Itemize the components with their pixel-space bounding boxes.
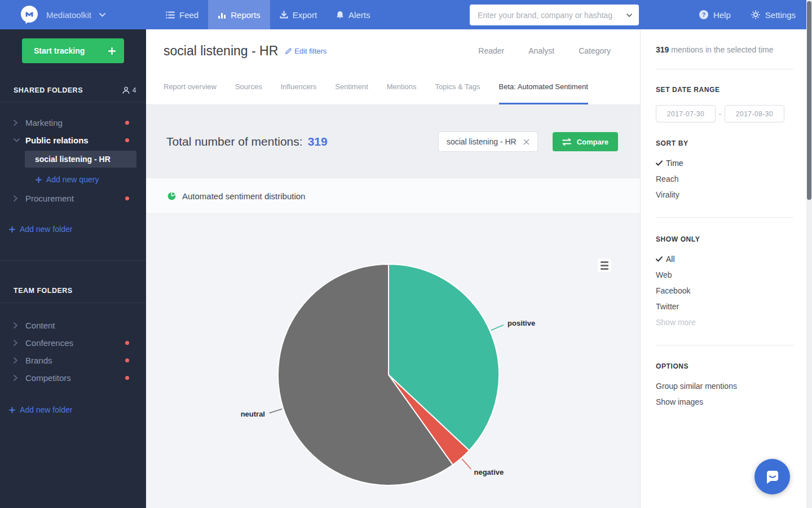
folder-marketing[interactable]: Marketing <box>0 114 146 132</box>
team-folders-section: TEAM FOLDERS Content Conferences <box>0 260 146 414</box>
chevron-right-icon[interactable] <box>14 357 20 364</box>
date-range-header: SET DATE RANGE <box>656 86 794 94</box>
plus-icon <box>108 47 116 55</box>
add-new-query-link[interactable]: Add new query <box>0 169 146 190</box>
shared-folders-header: SHARED FOLDERS 4 <box>0 86 146 102</box>
sort-option-time[interactable]: Time <box>656 155 794 171</box>
add-new-folder-link-2[interactable]: Add new folder <box>0 405 146 414</box>
mentions-suffix: mentions in the selected time <box>669 45 773 54</box>
chevron-right-icon[interactable] <box>14 322 20 329</box>
pie-connector-negative <box>462 459 471 469</box>
query-social-listening-hr[interactable]: social listening - HR <box>25 151 136 168</box>
nav-item-alerts[interactable]: Alerts <box>326 0 379 29</box>
folder-content[interactable]: Content <box>0 317 146 334</box>
page-scrollbar[interactable] <box>806 0 812 508</box>
show-option-facebook[interactable]: Facebook <box>656 283 794 299</box>
start-tracking-button[interactable]: Start tracking <box>22 38 124 63</box>
settings-button[interactable]: Settings <box>751 10 796 20</box>
chat-bubble-icon <box>765 469 780 485</box>
show-option-label: Web <box>656 270 672 279</box>
hamburger-icon <box>601 261 608 263</box>
mentions-summary: 319 mentions in the selected time <box>656 45 794 54</box>
page-title: social listening - HR <box>164 43 278 59</box>
tab-beta-automated-sentiment[interactable]: Beta: Automated Sentiment <box>499 82 588 104</box>
check-icon <box>656 256 663 262</box>
sort-option-virality[interactable]: Virality <box>656 187 794 203</box>
nav-item-reports[interactable]: Reports <box>208 0 270 29</box>
nav-item-export[interactable]: Export <box>270 0 326 29</box>
total-mentions-label: Total number of mentions: <box>166 135 303 148</box>
team-folders-title: TEAM FOLDERS <box>14 287 73 295</box>
chevron-right-icon[interactable] <box>14 195 20 202</box>
close-icon[interactable] <box>523 139 529 145</box>
tab-influencers[interactable]: Influencers <box>281 82 317 104</box>
scrollbar-thumb[interactable] <box>807 1 811 200</box>
options-list: Group similar mentions Show images <box>656 378 794 410</box>
chevron-down-icon[interactable] <box>14 138 20 142</box>
show-option-label: Facebook <box>656 286 690 295</box>
sort-option-reach[interactable]: Reach <box>656 171 794 187</box>
right-filter-panel: 319 mentions in the selected time SET DA… <box>640 29 812 508</box>
show-option-web[interactable]: Web <box>656 267 794 283</box>
show-option-twitter[interactable]: Twitter <box>656 299 794 314</box>
add-new-folder-link[interactable]: Add new folder <box>0 225 146 234</box>
export-download-icon <box>280 11 288 19</box>
show-only-header: SHOW ONLY <box>656 235 794 243</box>
nav-item-label: Export <box>293 10 317 20</box>
tab-mentions[interactable]: Mentions <box>387 82 417 104</box>
help-icon: ? <box>699 10 708 19</box>
chevron-right-icon[interactable] <box>14 340 20 346</box>
unread-dot <box>125 196 129 200</box>
show-option-label: All <box>666 255 675 264</box>
help-button[interactable]: ? Help <box>699 10 731 20</box>
unread-dot <box>125 341 129 345</box>
brand-menu[interactable]: Mediatoolkit <box>20 0 105 29</box>
nav-utilities: ? Help Settings <box>699 0 796 29</box>
options-header: OPTIONS <box>656 362 794 370</box>
folder-conferences[interactable]: Conferences <box>0 334 146 352</box>
nav-item-feed[interactable]: Feed <box>156 0 208 29</box>
show-option-all[interactable]: All <box>656 251 794 267</box>
summary-band: Total number of mentions: 319 social lis… <box>146 105 640 178</box>
search-input[interactable] <box>470 11 626 20</box>
tab-sources[interactable]: Sources <box>235 82 262 104</box>
pie-connector-neutral <box>270 409 283 413</box>
folder-label: Conferences <box>25 338 73 348</box>
sort-options: Time Reach Virality <box>656 155 794 203</box>
chevron-right-icon[interactable] <box>14 375 20 381</box>
folder-competitors[interactable]: Competitors <box>0 369 146 387</box>
chevron-right-icon[interactable] <box>14 120 20 126</box>
tab-sentiment[interactable]: Sentiment <box>335 82 368 104</box>
folder-brands[interactable]: Brands <box>0 352 146 369</box>
team-folders-header: TEAM FOLDERS <box>0 287 146 303</box>
tab-topics-tags[interactable]: Topics & Tags <box>435 82 480 104</box>
shared-members[interactable]: 4 <box>122 86 136 94</box>
query-chip[interactable]: social listening - HR <box>438 132 538 152</box>
svg-text:?: ? <box>702 12 705 18</box>
option-show-images[interactable]: Show images <box>656 394 794 410</box>
folder-label: Marketing <box>25 118 63 128</box>
pencil-icon <box>285 48 292 54</box>
compare-button[interactable]: Compare <box>553 132 618 151</box>
tab-report-overview[interactable]: Report overview <box>164 82 217 104</box>
view-reader[interactable]: Reader <box>478 46 504 55</box>
date-to-input[interactable] <box>725 105 784 122</box>
folder-label: Content <box>25 321 55 330</box>
show-option-label: Twitter <box>656 302 679 311</box>
date-from-input[interactable] <box>656 105 716 122</box>
main-content: social listening - HR Edit filters Reade… <box>146 29 640 508</box>
chart-export-menu-button[interactable] <box>598 259 611 272</box>
folder-label: Public relations <box>25 135 89 145</box>
option-group-similar-mentions[interactable]: Group similar mentions <box>656 378 794 394</box>
view-category[interactable]: Category <box>579 46 611 55</box>
folder-public-relations[interactable]: Public relations <box>0 132 146 149</box>
view-analyst[interactable]: Analyst <box>528 46 554 55</box>
person-icon <box>122 86 130 94</box>
edit-filters-link[interactable]: Edit filters <box>285 47 326 55</box>
add-new-folder-label: Add new folder <box>20 405 72 414</box>
add-new-folder-label: Add new folder <box>20 225 72 234</box>
folder-procurement[interactable]: Procurement <box>0 190 146 207</box>
chat-launcher-button[interactable] <box>754 459 790 494</box>
search-chevron-down-icon[interactable] <box>626 14 632 17</box>
show-more-link[interactable]: Show more <box>656 314 794 330</box>
